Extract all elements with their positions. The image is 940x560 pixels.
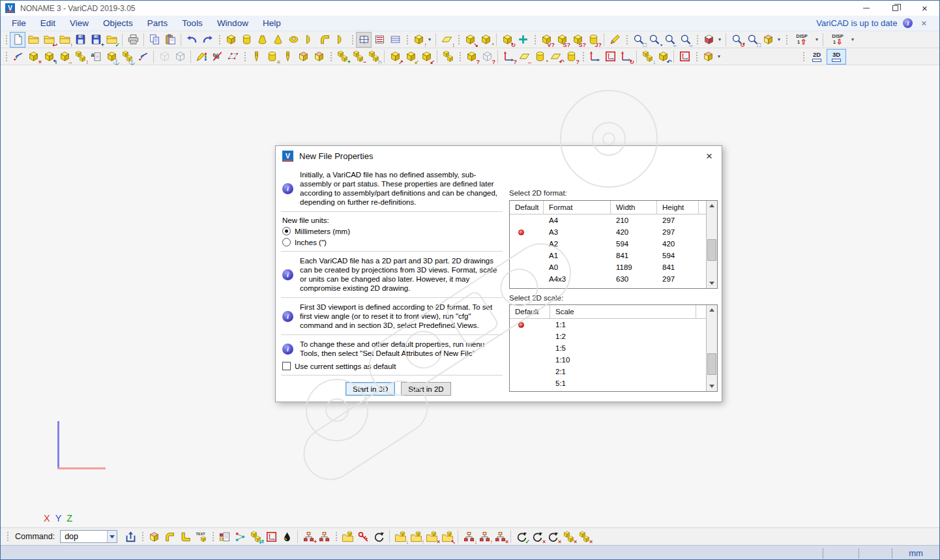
checkbox-box[interactable] (282, 362, 291, 370)
table-row-5-1[interactable]: 5:1 (510, 377, 706, 389)
copy-mirror-icon[interactable]: ↙ (403, 49, 419, 65)
toolbar-drag-handle[interactable] (243, 51, 246, 63)
select-by-region-icon[interactable] (225, 49, 241, 65)
query-surface-icon[interactable]: S? (554, 32, 570, 48)
dropdown-arrow-icon[interactable]: ▾ (716, 32, 723, 48)
toolbar-drag-handle[interactable] (6, 531, 8, 542)
csys-frame-icon[interactable] (602, 49, 618, 65)
dialog-title-bar[interactable]: V New File Properties × (276, 146, 722, 166)
scroll-track[interactable] (707, 315, 717, 381)
start-in-2d-button[interactable]: Start in 2D (401, 382, 450, 396)
measure-cylinder-icon[interactable]: ? (563, 49, 579, 65)
toolbar-drag-handle[interactable] (785, 34, 787, 46)
solid-cylinder-icon[interactable] (239, 32, 254, 48)
toolbar-drag-handle[interactable] (581, 51, 584, 63)
copy-solid-step-icon[interactable]: → (57, 49, 72, 65)
menu-file[interactable]: File (5, 16, 33, 30)
solid-box-icon[interactable] (223, 32, 239, 48)
toolbar-drag-handle[interactable] (218, 34, 220, 46)
scroll-up-icon[interactable] (707, 201, 717, 211)
update-dismiss-icon[interactable]: × (918, 18, 929, 28)
toolbar-drag-handle[interactable] (533, 34, 536, 46)
insert-to-folder-icon[interactable]: ↓ (392, 529, 408, 544)
redo-icon[interactable] (199, 32, 215, 48)
radio-circle[interactable] (282, 227, 291, 235)
folder-reference-icon[interactable]: ↖ (439, 529, 455, 544)
swap-solids-icon[interactable]: ↶ (655, 49, 671, 65)
toolbar-drag-handle[interactable] (211, 531, 214, 542)
copy-array-icon[interactable]: ↙ (419, 49, 434, 65)
delete-solid-icon[interactable]: × (25, 49, 41, 65)
tree-insert-part-icon[interactable]: ↓ (461, 529, 477, 544)
command-value[interactable]: dop (61, 532, 107, 541)
unwrap-surface-icon[interactable]: ↶ (548, 49, 563, 65)
radio-inches[interactable]: Inches (") (282, 238, 503, 246)
table-row-2-1[interactable]: 2:1 (510, 366, 706, 377)
dropdown-arrow-icon[interactable]: ▾ (776, 32, 782, 48)
table-row-a4[interactable]: A4210297 (510, 214, 706, 226)
stretch-solids-icon[interactable]: ↕ (72, 49, 88, 65)
update-info-icon[interactable]: i (903, 18, 913, 28)
toolbar-drag-handle[interactable] (329, 51, 332, 63)
anchor-solids-icon[interactable]: ⚓ (119, 49, 135, 65)
menu-view[interactable]: View (63, 16, 96, 30)
solid-attributes-icon[interactable] (88, 49, 104, 65)
ink-attributes-icon[interactable] (279, 529, 295, 544)
measure-distance-icon[interactable]: ? (501, 49, 516, 65)
query-inertia-icon[interactable]: J? (585, 32, 601, 48)
extract-from-folder-icon[interactable]: ↑ (408, 529, 424, 544)
extrude-profile-icon[interactable]: ↑ (411, 32, 426, 48)
revert-file-icon[interactable]: ↩ (41, 32, 57, 48)
dropdown-arrow-icon[interactable]: ▾ (426, 32, 433, 48)
copy-solid-icon[interactable]: ↘ (462, 32, 478, 48)
scroll-down-icon[interactable] (707, 381, 717, 391)
measure-surface-icon[interactable]: ° (532, 49, 548, 65)
boolean-subtract-icon[interactable]: − (350, 49, 366, 65)
table-row-a0[interactable]: A01189841 (510, 261, 706, 273)
use-defaults-checkbox[interactable]: Use current settings as default (282, 362, 503, 370)
open-file-icon[interactable] (25, 32, 41, 48)
select-identical-icon[interactable] (10, 49, 25, 65)
view-wireframe-icon[interactable] (387, 32, 403, 48)
reload-parts-icon[interactable] (371, 529, 387, 544)
radio-circle[interactable] (282, 238, 291, 246)
delete-from-folder-icon[interactable]: × (424, 529, 439, 544)
column-header-scale[interactable]: Scale (550, 305, 696, 318)
solid-torus-segment-icon[interactable] (301, 32, 317, 48)
measure-angle-icon[interactable]: ↔ (516, 49, 532, 65)
table-row-a2[interactable]: A2594420 (510, 238, 706, 250)
dropdown-arrow-icon[interactable]: ▾ (814, 32, 820, 48)
radio-millimeters[interactable]: Millimeters (mm) (282, 227, 503, 235)
insert-solid-group-icon[interactable] (440, 49, 456, 65)
transparency-icon[interactable] (209, 49, 225, 65)
column-header-height[interactable]: Height (657, 201, 699, 214)
solid-cone-frustum-icon[interactable] (254, 32, 270, 48)
scroll-down-icon[interactable] (707, 278, 717, 288)
switch-to-2d[interactable]: 2D (807, 49, 827, 65)
open-part-folder-icon[interactable] (340, 529, 355, 544)
toolbar-drag-handle[interactable] (802, 51, 804, 63)
boolean-cut-disabled-icon[interactable] (172, 49, 188, 65)
copy-to-clipboard-icon[interactable] (147, 32, 162, 48)
solid-to-layer-icon[interactable]: ↓ (639, 49, 655, 65)
hole-drill-icon[interactable] (248, 49, 264, 65)
menu-help[interactable]: Help (256, 16, 288, 30)
zoom-next-icon[interactable]: → (677, 32, 693, 48)
toolbar-drag-handle[interactable] (141, 531, 143, 542)
part-keys-icon[interactable] (355, 529, 371, 544)
toolbar-drag-handle[interactable] (405, 34, 408, 46)
sync-parts-changed-icon[interactable]: × (545, 529, 561, 544)
minimize-button[interactable] (851, 1, 881, 16)
csys-translate-icon[interactable] (587, 49, 602, 65)
toolbar-drag-handle[interactable] (351, 34, 353, 46)
print-icon[interactable] (125, 32, 141, 48)
purge-all-parts-icon[interactable]: × (576, 529, 592, 544)
csys-rotate-icon[interactable]: ↻ (618, 49, 634, 65)
command-dropdown-icon[interactable] (107, 531, 117, 542)
shaded-view-mode-icon[interactable] (760, 32, 776, 48)
solid-info-icon[interactable]: ? (463, 49, 479, 65)
toolbar-drag-handle[interactable] (457, 34, 460, 46)
command-input[interactable]: dop (60, 530, 117, 543)
title-bar[interactable]: V NONAME 3 - VariCAD 2019-3.05 × (1, 1, 939, 16)
copy-links-icon[interactable]: ⇄ (248, 529, 263, 544)
